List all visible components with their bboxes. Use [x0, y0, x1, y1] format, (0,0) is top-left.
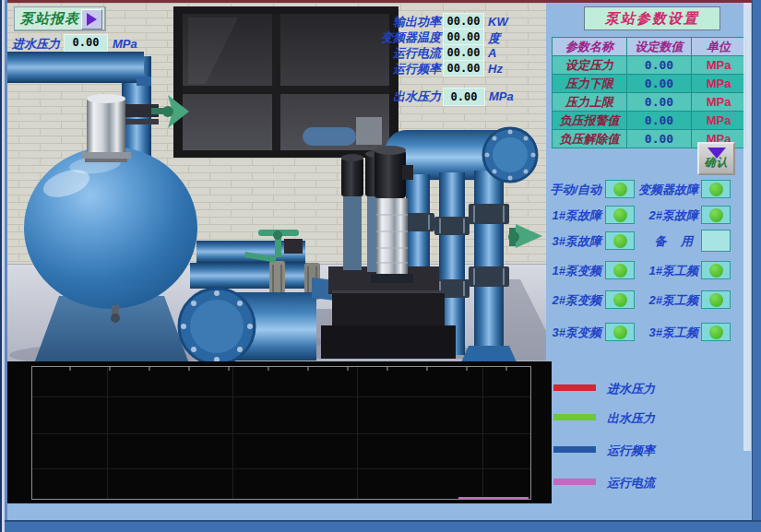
- axis-tick: [386, 367, 388, 371]
- lamp-icon: [709, 183, 723, 196]
- confirm-button[interactable]: 确认: [697, 142, 735, 175]
- param-value[interactable]: 0.00: [627, 56, 692, 75]
- param-name: 压力下限: [553, 75, 627, 93]
- settings-panel-title: 泵站参数设置: [584, 6, 720, 30]
- outlet-pressure-label: 出水压力: [355, 89, 441, 103]
- pressure-tank: [24, 147, 197, 309]
- status-lamp-inverter-fault: [701, 180, 731, 198]
- param-unit: MPa: [692, 112, 746, 130]
- lamp-icon: [709, 208, 723, 222]
- status-lamp-pump2-fault: [701, 206, 731, 224]
- outlet-pressure-unit: MPa: [489, 89, 514, 103]
- axis-tick: [188, 367, 190, 371]
- param-name: 设定压力: [553, 56, 627, 75]
- legend-label-frequency: 运行频率: [607, 443, 655, 459]
- suction-manifold: [179, 230, 320, 361]
- status-label-pump3-vfd: 3#泵变频: [526, 325, 601, 341]
- lamp-icon: [709, 264, 723, 278]
- inverter-temp-unit: 度: [488, 30, 500, 47]
- inverter-temp-label: 变频器温度: [355, 30, 441, 44]
- run-current-label: 运行电流: [355, 46, 441, 60]
- status-lamp-spare: [701, 230, 731, 252]
- axis-tick: [228, 367, 230, 371]
- status-lamp-pump2-mains: [701, 290, 731, 309]
- run-frequency-value: 00.00: [443, 60, 484, 77]
- status-label-pump3-mains: 3#泵工频: [623, 325, 698, 341]
- status-label-inverter-fault: 变频器故障: [623, 182, 698, 198]
- run-frequency-unit: Hz: [488, 62, 503, 76]
- output-power-label: 输出功率: [355, 15, 441, 29]
- axis-tick: [109, 367, 111, 371]
- axis-tick: [505, 367, 507, 371]
- table-row: 压力下限 0.00 MPa: [553, 75, 746, 93]
- grid-line: [32, 396, 530, 397]
- run-frequency-label: 运行频率: [355, 62, 441, 76]
- frame-border-top: [7, 0, 761, 3]
- frame-border-right: [752, 0, 761, 532]
- legend-label-current: 运行电流: [607, 475, 655, 491]
- lamp-icon: [709, 325, 723, 339]
- legend-swatch-current: [553, 479, 596, 485]
- axis-tick: [466, 367, 468, 371]
- outlet-pressure-value: 0.00: [443, 88, 485, 106]
- status-label-pump1-mains: 1#泵工频: [623, 263, 698, 279]
- status-label-spare: 备 用: [623, 233, 698, 250]
- trend-chart: [7, 361, 552, 503]
- axis-tick: [69, 367, 71, 371]
- status-lamp-pump3-mains: [701, 323, 731, 341]
- tank-top-cylinder: [81, 94, 131, 162]
- param-value[interactable]: 0.00: [627, 75, 692, 93]
- inverter-temp-value: 00.00: [443, 29, 484, 45]
- status-label-pump3-fault: 3#泵故障: [526, 233, 601, 250]
- param-unit: MPa: [692, 56, 746, 75]
- status-label-pump1-vfd: 1#泵变频: [526, 263, 601, 279]
- panel-edge-highlight: [743, 3, 751, 451]
- report-button[interactable]: 泵站报表: [14, 6, 106, 31]
- table-row: 压力上限 0.00 MPa: [553, 93, 746, 112]
- lamp-icon: [709, 293, 723, 307]
- param-value[interactable]: 0.00: [627, 93, 692, 112]
- run-current-value: 00.00: [443, 44, 484, 61]
- parameter-table: 参数名称 设定数值 单位 设定压力 0.00 MPa 压力下限 0.00 MPa…: [552, 37, 746, 148]
- status-label-pump1-fault: 1#泵故障: [526, 207, 601, 224]
- trend-plot-area: [31, 366, 531, 500]
- grid-line: [32, 468, 530, 469]
- legend-swatch-outlet: [553, 414, 596, 420]
- hmi-screen: 泵站报表 进水压力 0.00 MPa 输出功率 00.00 KW 变频器温度 0…: [0, 0, 761, 532]
- legend-swatch-frequency: [553, 446, 596, 453]
- axis-tick: [268, 367, 269, 371]
- play-icon: [81, 9, 102, 30]
- report-button-label: 泵站报表: [20, 10, 79, 28]
- axis-tick: [347, 367, 349, 371]
- table-row: 负压报警值 0.00 MPa: [553, 112, 746, 130]
- legend-swatch-inlet: [553, 384, 596, 391]
- legend-label-inlet: 进水压力: [607, 381, 655, 397]
- status-label-pump2-vfd: 2#泵变频: [526, 292, 601, 309]
- col-param-name: 参数名称: [553, 38, 627, 56]
- inlet-pressure-value: 0.00: [64, 34, 108, 52]
- col-set-value: 设定数值: [627, 38, 692, 56]
- param-name: 压力上限: [553, 93, 627, 112]
- legend-label-outlet: 出水压力: [607, 410, 655, 427]
- inlet-pressure-unit: MPa: [113, 37, 137, 51]
- status-lamp-pump1-mains: [701, 261, 731, 279]
- run-current-unit: A: [488, 46, 496, 60]
- inlet-pressure-label: 进水压力: [12, 37, 60, 51]
- table-header-row: 参数名称 设定数值 单位: [553, 38, 746, 56]
- confirm-button-label: 确认: [705, 155, 729, 171]
- param-unit: MPa: [692, 75, 746, 93]
- table-row: 设定压力 0.00 MPa: [553, 56, 746, 75]
- grid-line: [32, 433, 530, 434]
- output-power-value: 00.00: [443, 13, 484, 30]
- param-value[interactable]: 0.00: [627, 130, 692, 148]
- param-value[interactable]: 0.00: [627, 112, 692, 130]
- axis-tick: [307, 367, 309, 371]
- param-name: 负压报警值: [553, 112, 627, 130]
- param-name: 负压解除值: [553, 130, 627, 148]
- col-unit: 单位: [692, 38, 746, 56]
- run-current-trace: [458, 497, 529, 499]
- axis-tick: [426, 367, 428, 371]
- output-power-unit: KW: [488, 15, 508, 29]
- status-label-pump2-mains: 2#泵工频: [623, 292, 698, 309]
- status-label-manual-auto: 手动/自动: [526, 182, 601, 198]
